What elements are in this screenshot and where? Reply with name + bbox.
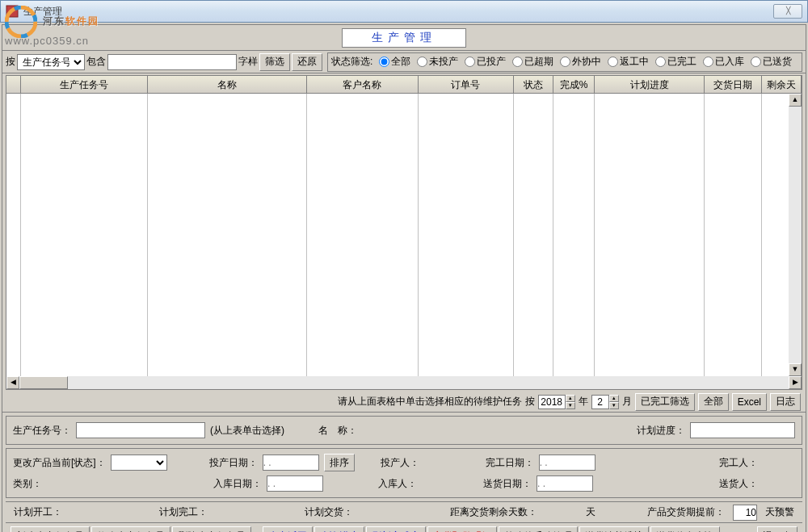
indate-label: 入库日期： — [213, 477, 262, 491]
pick-hint: (从上表单击选择) — [210, 424, 284, 438]
excel-button[interactable]: Excel — [732, 393, 767, 411]
planprog-label: 计划进度： — [637, 424, 685, 438]
startdate-field[interactable] — [263, 455, 319, 471]
sort-button[interactable]: 排序 — [324, 454, 355, 471]
status-filter-group: 状态筛选: 全部 未投产 已投产 已超期 外协中 返工中 已完工 已入库 已送货 — [327, 52, 802, 72]
restore-button[interactable]: 还原 — [292, 53, 322, 71]
svg-rect-0 — [6, 6, 18, 17]
app-icon — [6, 5, 19, 18]
filter-text-input[interactable] — [107, 54, 237, 70]
close-button[interactable]: ╳ — [773, 4, 802, 19]
scroll-up-icon[interactable]: ▲ — [789, 94, 802, 107]
startdate-label: 投产日期： — [209, 456, 258, 470]
status-panel: 更改产品当前[状态]： 投产日期： 排序 投产人： 完工日期： 完工人： 类别：… — [6, 448, 802, 498]
task-grid[interactable]: 生产任务号 名称 客户名称 订单号 状态 完成% 计划进度 交货日期 剩余天 ▲… — [6, 75, 802, 390]
radio-rework[interactable]: 返工中 — [603, 55, 649, 69]
h-scrollbar[interactable]: ◀ ▶ — [6, 376, 802, 389]
month-down-icon[interactable]: ▼ — [609, 402, 619, 409]
remain-label: 距离交货剩余天数： — [450, 505, 537, 519]
radio-outsource[interactable]: 外协中 — [555, 55, 601, 69]
year-down-icon[interactable]: ▼ — [566, 402, 575, 409]
purchase-button[interactable]: 外购件采购管理 — [499, 526, 578, 532]
warn-days-field[interactable] — [733, 505, 757, 521]
taskno-field[interactable] — [76, 422, 205, 438]
col-order[interactable]: 订单号 — [419, 76, 514, 93]
month-spinner[interactable]: ▲▼ — [591, 395, 619, 409]
scroll-left-icon[interactable]: ◀ — [6, 376, 19, 389]
filter-button[interactable]: 筛选 — [259, 53, 290, 71]
shipper-label: 送货人： — [719, 477, 758, 491]
taskno-label: 生产任务号： — [13, 424, 71, 438]
filter-bar: 按 生产任务号 包含 字样 筛选 还原 状态筛选: 全部 未投产 已投产 已超期… — [2, 51, 806, 73]
year-input[interactable] — [538, 395, 566, 409]
shipdate-field[interactable] — [537, 475, 593, 492]
sample-label: 字样 — [238, 55, 258, 69]
radio-done[interactable]: 已完工 — [650, 55, 696, 69]
status-legend: 状态筛选: — [331, 55, 372, 69]
warn-detail-button[interactable]: 交货预警明细 — [427, 526, 497, 532]
scroll-thumb[interactable] — [19, 376, 68, 389]
shipdate-label: 送货日期： — [483, 477, 532, 491]
col-status[interactable]: 状态 — [514, 76, 553, 93]
remain-unit: 天 — [586, 505, 595, 519]
indate-field[interactable] — [267, 475, 323, 492]
title-bar: 生产管理 ╳ — [0, 0, 808, 23]
radio-all[interactable]: 全部 — [374, 55, 410, 69]
mid-toolbar: 请从上面表格中单击选择相应的待维护任务 按 ▲▼ 年 ▲▼ 月 已完工筛选 全部… — [2, 392, 806, 413]
radio-shipped[interactable]: 已送货 — [746, 55, 792, 69]
donedate-label: 完工日期： — [486, 456, 534, 470]
plan-row: 计划开工： 计划完工： 计划交货： 距离交货剩余天数： 天 产品交货期提前： 天… — [6, 501, 802, 522]
dispatch-button[interactable]: 生产派工 — [263, 526, 313, 532]
planstart-label: 计划开工： — [14, 505, 62, 519]
status-select[interactable] — [111, 455, 167, 471]
v-scrollbar[interactable]: ▲ ▼ — [789, 94, 802, 376]
all-button[interactable]: 全部 — [698, 393, 729, 411]
category-label: 类别： — [13, 477, 42, 491]
year-up-icon[interactable]: ▲ — [566, 395, 575, 402]
filter-field-select[interactable]: 生产任务号 — [17, 54, 85, 70]
shiplist-button[interactable]: 送货清单维护 — [579, 526, 649, 532]
donedate-field[interactable] — [539, 455, 595, 471]
radio-started[interactable]: 已投产 — [460, 55, 506, 69]
scroll-down-icon[interactable]: ▼ — [789, 363, 802, 376]
radio-overdue[interactable]: 已超期 — [507, 55, 553, 69]
delete-task-button[interactable]: 删除生产任务号 — [172, 526, 251, 532]
done-filter-button[interactable]: 已完工筛选 — [635, 393, 695, 411]
scroll-right-icon[interactable]: ▶ — [789, 376, 802, 389]
contains-label: 包含 — [86, 55, 106, 69]
col-customer[interactable]: 客户名称 — [307, 76, 419, 93]
detail-panel: 生产任务号： (从上表单击选择) 名 称： 计划进度： — [6, 416, 802, 445]
doner-label: 完工人： — [719, 456, 758, 470]
col-planprog[interactable]: 计划进度 — [595, 76, 705, 93]
log-button[interactable]: 日志 — [770, 393, 801, 411]
shipquery-button[interactable]: 送货信息查询 — [650, 526, 720, 532]
radio-notstart[interactable]: 未投产 — [412, 55, 458, 69]
month-up-icon[interactable]: ▲ — [609, 395, 619, 402]
col-remain[interactable]: 剩余天 — [762, 76, 802, 93]
col-pct[interactable]: 完成% — [553, 76, 595, 93]
planship-label: 计划交货： — [305, 505, 353, 519]
warn-unit: 天预警 — [765, 505, 794, 519]
planprog-field[interactable] — [690, 422, 795, 438]
month-input[interactable] — [591, 395, 609, 409]
refresh-button[interactable]: 刷新完成率 — [366, 526, 426, 532]
exit-button[interactable]: 退 出 — [757, 526, 797, 532]
grid-header: 生产任务号 名称 客户名称 订单号 状态 完成% 计划进度 交货日期 剩余天 — [6, 76, 802, 94]
page-title: 生产管理 — [342, 28, 466, 48]
grid-body[interactable] — [6, 94, 802, 376]
mid-by: 按 — [525, 395, 535, 408]
year-spinner[interactable]: ▲▼ — [538, 395, 575, 409]
warn-label: 产品交货期提前： — [647, 505, 725, 519]
col-shipdate[interactable]: 交货日期 — [705, 76, 762, 93]
col-handle[interactable] — [6, 76, 21, 93]
new-task-button[interactable]: 新建生产任务号 — [11, 526, 90, 532]
col-name[interactable]: 名称 — [148, 76, 307, 93]
filter-by-label: 按 — [6, 55, 15, 69]
radio-stored[interactable]: 已入库 — [698, 55, 744, 69]
name-label: 名 称： — [318, 424, 357, 438]
inner-label: 入库人： — [378, 477, 417, 491]
edit-task-button[interactable]: 修改生产任务号 — [91, 526, 170, 532]
action-toolbar: 新建生产任务号 修改生产任务号 删除生产任务号 生产派工 查询进度 刷新完成率 … — [6, 522, 802, 532]
col-taskno[interactable]: 生产任务号 — [21, 76, 148, 93]
query-progress-button[interactable]: 查询进度 — [314, 526, 364, 532]
